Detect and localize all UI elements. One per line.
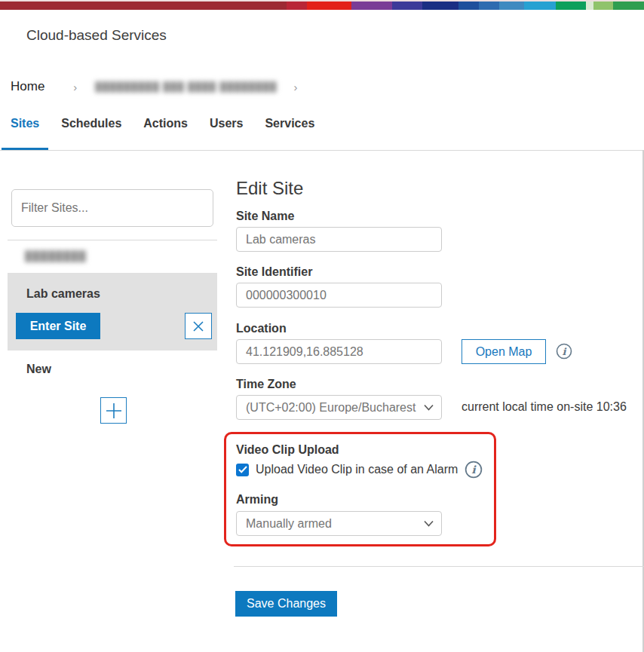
new-site-label: New [26, 363, 51, 376]
site-name-input[interactable] [236, 227, 442, 252]
selected-site-row[interactable]: Lab cameras Enter Site [8, 273, 217, 350]
timezone-select[interactable]: (UTC+02:00) Europe/Bucharest [236, 395, 442, 420]
arming-select-value: Manually armed [246, 517, 332, 531]
close-site-button[interactable] [185, 313, 212, 339]
brand-color-segment [613, 2, 644, 10]
brand-color-segment [479, 2, 499, 10]
upload-clip-info-icon[interactable]: i [465, 461, 483, 479]
redacted-site-label: ████████ [25, 250, 87, 262]
brand-color-segment [307, 2, 351, 10]
selected-site-label: Lab cameras [26, 287, 100, 301]
enter-site-button[interactable]: Enter Site [16, 313, 100, 339]
plus-icon [105, 402, 123, 420]
upload-clip-checkbox-label: Upload Video Clip in case of an Alarm [256, 463, 458, 476]
location-label: Location [236, 322, 287, 335]
sites-list-divider [8, 240, 217, 240]
location-info-icon[interactable]: i [556, 343, 572, 363]
brand-color-segment [556, 2, 586, 10]
tabs-divider [0, 150, 644, 151]
svg-text:i: i [472, 464, 477, 476]
brand-color-segment [586, 2, 593, 10]
form-title: Edit Site [236, 178, 303, 199]
video-clip-upload-label: Video Clip Upload [236, 443, 339, 457]
open-map-button[interactable]: Open Map [462, 339, 546, 364]
breadcrumb-home-link[interactable]: Home [11, 79, 44, 94]
brand-color-segment [287, 2, 307, 10]
location-input[interactable] [236, 339, 442, 364]
save-changes-button[interactable]: Save Changes [235, 591, 337, 617]
breadcrumb: Home › █████████ ███ ████ ████████ › [11, 78, 538, 96]
arming-label: Arming [236, 493, 278, 507]
tab-sites[interactable]: Sites [11, 117, 39, 130]
upload-clip-checkbox[interactable] [236, 464, 249, 476]
brand-color-segment [458, 2, 479, 10]
filter-sites-field [11, 189, 213, 227]
brand-color-segment [351, 2, 392, 10]
close-icon [192, 320, 205, 333]
tab-bar: Sites Schedules Actions Users Services [11, 117, 314, 130]
tab-users[interactable]: Users [210, 117, 243, 130]
tab-schedules[interactable]: Schedules [61, 117, 121, 130]
filter-sites-input[interactable] [11, 189, 213, 227]
video-clip-upload-row: Upload Video Clip in case of an Alarm i [236, 461, 483, 479]
site-name-label: Site Name [236, 210, 294, 223]
breadcrumb-account-redacted[interactable]: █████████ ███ ████ ████████ [95, 81, 277, 92]
page-title: Cloud-based Services [26, 27, 167, 44]
brand-color-segment [593, 2, 613, 10]
local-time-note: current local time on-site 10:36 [462, 400, 627, 414]
timezone-select-value: (UTC+02:00) Europe/Bucharest [246, 401, 416, 415]
site-identifier-input[interactable] [236, 283, 442, 308]
chevron-down-icon [424, 520, 434, 527]
timezone-label: Time Zone [236, 378, 296, 391]
brand-color-segment [524, 2, 556, 10]
chevron-right-icon: › [293, 81, 297, 93]
brand-color-segment [0, 2, 287, 10]
brand-color-segment [499, 2, 524, 10]
form-footer-divider [234, 566, 644, 567]
brand-color-bar [0, 2, 644, 10]
svg-text:i: i [563, 346, 567, 357]
brand-color-segment [392, 2, 422, 10]
tab-actions[interactable]: Actions [143, 117, 188, 130]
chevron-right-icon: › [73, 81, 77, 93]
add-site-button[interactable] [100, 397, 127, 424]
tab-services[interactable]: Services [265, 117, 314, 130]
arming-select[interactable]: Manually armed [236, 511, 442, 536]
brand-color-segment [422, 2, 458, 10]
list-item-redacted-site[interactable]: ████████ [25, 248, 87, 263]
chevron-down-icon [424, 404, 434, 411]
site-identifier-label: Site Identifier [236, 265, 312, 279]
